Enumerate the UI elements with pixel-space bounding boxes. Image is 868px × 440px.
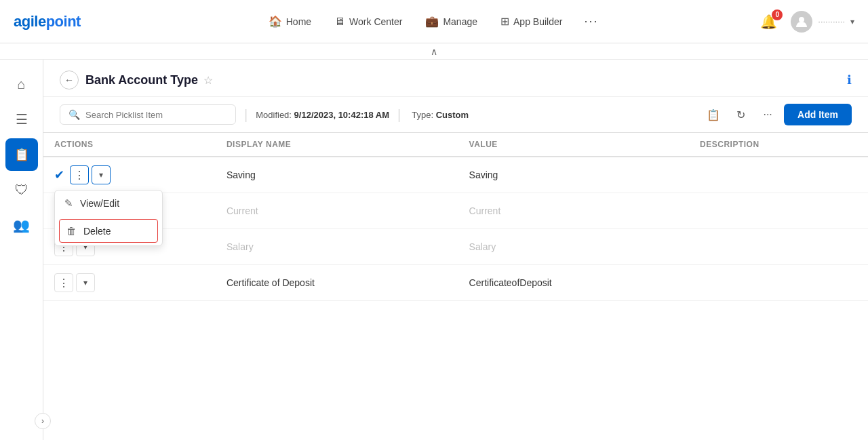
user-area[interactable]: ··········· ▾ xyxy=(791,11,854,33)
toolbar: 🔍 | Modified: 9/12/2023, 10:42:18 AM | T… xyxy=(43,97,868,133)
description-cell-1 xyxy=(689,157,868,193)
search-box[interactable]: 🔍 xyxy=(60,104,236,125)
value-cell-2: Current xyxy=(458,193,689,229)
manage-icon: 💼 xyxy=(425,15,439,28)
modified-value: 9/12/2023, 10:42:18 AM xyxy=(294,110,389,120)
home-icon: 🏠 xyxy=(269,15,282,28)
sidebar-item-list[interactable]: ☰ xyxy=(5,103,38,136)
dropdown-menu: ✎ View/Edit 🗑 Delete xyxy=(54,190,163,246)
search-icon: 🔍 xyxy=(68,109,80,120)
actions-cell-1: ✔ ⋮ ▾ ✎ View/Edit xyxy=(43,157,216,193)
nav-more-button[interactable]: ··· xyxy=(576,9,606,34)
shield-sidebar-icon: 🛡 xyxy=(15,182,28,198)
nav-right: 🔔 0 ··········· ▾ xyxy=(757,11,854,33)
search-input[interactable] xyxy=(85,110,227,120)
description-cell-3 xyxy=(689,229,868,265)
nav-manage-label: Manage xyxy=(443,16,477,27)
action-dots-button-1[interactable]: ⋮ xyxy=(70,165,89,184)
page-header: ← Bank Account Type ☆ ℹ xyxy=(43,60,868,97)
chevron-down-icon: ▾ xyxy=(850,17,854,26)
more-options-button[interactable]: ··· xyxy=(757,104,778,125)
notification-badge: 0 xyxy=(772,9,783,20)
collapse-icon: ∧ xyxy=(431,46,437,57)
nav-home-label: Home xyxy=(286,16,311,27)
table-row: ✔ ⋮ ▾ ✎ View/Edit xyxy=(43,157,868,193)
view-edit-label: View/Edit xyxy=(80,198,119,209)
svg-point-0 xyxy=(799,17,804,22)
work-center-icon: 🖥 xyxy=(334,16,345,28)
display-name-cell-2: Current xyxy=(216,193,458,229)
display-name-cell-3: Salary xyxy=(216,229,458,265)
table-row: ⋮ ▾ Current Current xyxy=(43,193,868,229)
back-button[interactable]: ← xyxy=(60,71,79,89)
main-layout: ⌂ ☰ 📋 🛡 👥 › ← Bank Account Type ☆ ℹ xyxy=(0,60,868,440)
table-body: ✔ ⋮ ▾ ✎ View/Edit xyxy=(43,157,868,301)
list-sidebar-icon: ☰ xyxy=(16,111,28,127)
value-cell-4: CertificateofDeposit xyxy=(458,265,689,301)
type-label: Type: Custom xyxy=(412,110,469,120)
col-description: DESCRIPTION xyxy=(689,133,868,157)
main-content: ← Bank Account Type ☆ ℹ 🔍 | Modified: 9/… xyxy=(43,60,868,440)
modified-label: Modified: 9/12/2023, 10:42:18 AM xyxy=(256,110,389,120)
toolbar-actions: 📋 ↻ ··· Add Item xyxy=(703,104,852,125)
display-name-cell-4: Certificate of Deposit xyxy=(216,265,458,301)
picklist-sidebar-icon: 📋 xyxy=(14,147,29,162)
nav-work-center[interactable]: 🖥 Work Center xyxy=(325,10,412,33)
nav-links: 🏠 Home 🖥 Work Center 💼 Manage ⊞ App Buil… xyxy=(108,9,757,34)
sidebar-item-home[interactable]: ⌂ xyxy=(5,68,38,100)
favorite-icon[interactable]: ☆ xyxy=(203,74,213,87)
edit-icon: ✎ xyxy=(64,197,73,209)
data-table: ACTIONS DISPLAY NAME VALUE DESCRIPTION ✔… xyxy=(43,133,868,301)
refresh-button[interactable]: ↻ xyxy=(730,104,751,125)
value-cell-1: Saving xyxy=(458,157,689,193)
col-actions: ACTIONS xyxy=(43,133,216,157)
check-icon-1: ✔ xyxy=(54,167,64,182)
nav-work-center-label: Work Center xyxy=(349,16,402,27)
actions-container-4: ⋮ ▾ xyxy=(54,273,205,292)
type-value: Custom xyxy=(436,110,469,120)
info-icon[interactable]: ℹ xyxy=(847,73,852,87)
dropdown-delete[interactable]: 🗑 Delete xyxy=(59,219,158,243)
dropdown-view-edit[interactable]: ✎ View/Edit xyxy=(55,191,162,216)
description-cell-4 xyxy=(689,265,868,301)
nav-app-builder-label: App Builder xyxy=(513,16,562,27)
user-name: ··········· xyxy=(818,16,845,26)
sidebar-item-shield[interactable]: 🛡 xyxy=(5,174,38,206)
display-name-cell-1: Saving xyxy=(216,157,458,193)
value-cell-3: Salary xyxy=(458,229,689,265)
notification-button[interactable]: 🔔 0 xyxy=(757,11,780,33)
nav-home[interactable]: 🏠 Home xyxy=(259,9,321,33)
app-builder-icon: ⊞ xyxy=(500,15,509,28)
description-cell-2 xyxy=(689,193,868,229)
sidebar-expand-button[interactable]: › xyxy=(35,413,51,429)
action-dots-button-4[interactable]: ⋮ xyxy=(54,273,73,292)
nav-manage[interactable]: 💼 Manage xyxy=(416,9,487,33)
table-header: ACTIONS DISPLAY NAME VALUE DESCRIPTION xyxy=(43,133,868,157)
sidebar-item-picklist[interactable]: 📋 xyxy=(5,138,38,171)
trash-icon: 🗑 xyxy=(66,225,77,237)
add-item-button[interactable]: Add Item xyxy=(784,104,852,125)
table-container: ACTIONS DISPLAY NAME VALUE DESCRIPTION ✔… xyxy=(43,133,868,301)
collapse-bar[interactable]: ∧ xyxy=(0,43,868,60)
table-row: ⋮ ▾ Salary Salary xyxy=(43,229,868,265)
page-title: Bank Account Type xyxy=(85,73,198,87)
home-sidebar-icon: ⌂ xyxy=(17,77,25,92)
sidebar: ⌂ ☰ 📋 🛡 👥 › xyxy=(0,60,43,440)
users-sidebar-icon: 👥 xyxy=(13,217,30,233)
action-chevron-button-1[interactable]: ▾ xyxy=(92,165,111,184)
actions-container-1: ✔ ⋮ ▾ ✎ View/Edit xyxy=(54,165,205,184)
logo: agilepoint xyxy=(14,13,81,31)
table-row: ⋮ ▾ Certificate of Deposit Certificateof… xyxy=(43,265,868,301)
avatar xyxy=(791,11,812,33)
clipboard-button[interactable]: 📋 xyxy=(703,104,724,125)
sidebar-item-users[interactable]: 👥 xyxy=(5,209,38,241)
action-chevron-button-4[interactable]: ▾ xyxy=(76,273,95,292)
col-value: VALUE xyxy=(458,133,689,157)
logo-point: point xyxy=(46,13,81,30)
logo-agile: agile xyxy=(14,13,46,30)
toolbar-separator: | xyxy=(244,107,248,123)
nav-app-builder[interactable]: ⊞ App Builder xyxy=(491,9,572,33)
col-display-name: DISPLAY NAME xyxy=(216,133,458,157)
toolbar-separator-2: | xyxy=(397,107,401,123)
delete-label: Delete xyxy=(83,226,111,237)
